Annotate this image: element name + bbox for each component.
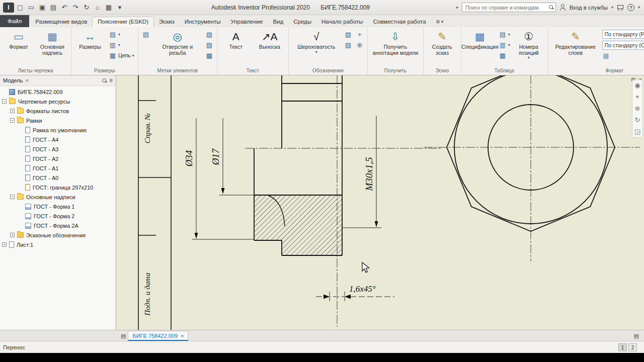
orbit-icon[interactable]: ↻ xyxy=(635,117,640,124)
user-icon[interactable] xyxy=(559,4,566,11)
text-button[interactable]: АТекст xyxy=(220,28,252,50)
baseline-dimension-button[interactable]: ▥▾ xyxy=(108,40,135,49)
tree-item[interactable]: −Рамки xyxy=(0,116,116,125)
update-icon[interactable]: ↻ xyxy=(82,3,92,13)
tree-item[interactable]: ГОСТ: граница 297x210 xyxy=(0,183,116,192)
help-icon[interactable]: ? xyxy=(627,4,634,11)
drawing-canvas[interactable]: Справ. № Подп. и дата xyxy=(117,75,644,330)
ribbon-tab-9[interactable]: Совместная работа xyxy=(368,17,431,27)
format-sheet-button[interactable]: ▭Формат xyxy=(3,28,35,50)
general-table-button[interactable]: ▤▾ xyxy=(498,30,511,39)
sheet-tab-close-icon[interactable]: × xyxy=(181,333,184,339)
tree-item[interactable]: ГОСТ - Форма 2 xyxy=(0,211,116,221)
edit-layers-button[interactable]: ✎Редактирование слоев xyxy=(550,28,601,56)
layer-style-combo[interactable]: По стандарту (Р...▾ xyxy=(602,30,644,39)
hole-thread-note-button[interactable]: ◎Отверстие и резьба xyxy=(152,28,203,56)
tree-item[interactable]: ГОСТ - Форма 2А xyxy=(0,221,116,230)
undo-icon[interactable]: ↶ xyxy=(59,3,69,13)
search-icon[interactable] xyxy=(549,5,553,10)
tree-item[interactable]: Рамка по умолчанию xyxy=(0,125,116,135)
tree-item[interactable]: БИГЕ.758422.009 xyxy=(0,87,116,97)
sheet-number-2[interactable]: 2 xyxy=(628,343,637,351)
pan-icon[interactable]: ⌖ xyxy=(635,94,639,101)
new-file-icon[interactable]: ▢ xyxy=(15,3,25,13)
sheet-list-icon[interactable]: ▤ xyxy=(121,333,126,339)
zoom-icon[interactable]: ⊕ xyxy=(635,105,640,112)
chain-dimension-button[interactable]: ▦Цепь▾ xyxy=(108,51,135,60)
section-view[interactable] xyxy=(254,75,342,255)
parts-list-button[interactable]: ▦Спецификация xyxy=(464,28,496,50)
punch-note-button[interactable]: ▨ xyxy=(204,40,214,49)
browser-search-icon[interactable] xyxy=(102,78,107,83)
tree-item[interactable]: −Чертежные ресурсы xyxy=(0,97,116,106)
dim-thread[interactable]: М30х1,5 xyxy=(364,157,374,191)
hole-table-button[interactable]: ▥▾ xyxy=(498,40,511,49)
tree-item[interactable]: ГОСТ - А4 xyxy=(0,135,116,144)
thread-note-button[interactable]: ▤ xyxy=(141,30,151,39)
title-block-button[interactable]: ▦Основная надпись xyxy=(36,28,68,56)
revision-table-button[interactable]: ▦ xyxy=(498,51,511,60)
object-style-combo[interactable]: По стандарту (Обы...▾ xyxy=(602,41,644,50)
browser-close-icon[interactable]: × xyxy=(25,77,28,83)
feature-frame-button[interactable]: ⊕ xyxy=(355,40,365,49)
ribbon-tab-6[interactable]: Вид xyxy=(268,17,288,27)
signin-caret-icon[interactable]: ▾ xyxy=(611,5,613,10)
app-store-cart-icon[interactable] xyxy=(617,5,624,11)
dimension-button[interactable]: ↔Размеры xyxy=(74,28,106,50)
surface-finish-button[interactable]: √Шероховатость▾ xyxy=(291,28,342,54)
tree-item[interactable]: ГОСТ - А1 xyxy=(0,163,116,173)
datum-target-button[interactable]: + xyxy=(355,30,365,39)
tree-item[interactable]: +Форматы листов xyxy=(0,106,116,116)
weld-symbol-button[interactable]: ▧ xyxy=(343,30,353,39)
search-scope-caret-icon[interactable]: ▸ xyxy=(456,5,458,10)
ribbon-tab-2[interactable]: Пояснение (ESKD) xyxy=(92,17,154,27)
tree-item[interactable]: ГОСТ - А2 xyxy=(0,154,116,163)
collapse-icon[interactable]: − xyxy=(2,99,7,104)
tree-item[interactable]: ГОСТ - Форма 1 xyxy=(0,202,116,211)
browser-menu-icon[interactable]: ≡ xyxy=(109,77,113,84)
sheet-number-1[interactable]: 1 xyxy=(618,343,627,351)
leader-text-button[interactable]: ↗АВыноска xyxy=(254,28,286,50)
create-sketch-button[interactable]: ✎Создать эскиз xyxy=(426,28,458,56)
signin-label[interactable]: Вход в службы xyxy=(570,5,608,11)
home-icon[interactable]: ⌂ xyxy=(93,3,103,13)
dim-bore-diameter[interactable]: Ø17 xyxy=(210,148,221,165)
tree-item[interactable]: −Основные надписи xyxy=(0,192,116,202)
steering-wheel-icon[interactable]: ◉ xyxy=(634,82,640,89)
ribbon-tab-7[interactable]: Среды xyxy=(288,17,316,27)
app-logo-icon[interactable]: I xyxy=(3,3,14,13)
expand-icon[interactable]: + xyxy=(10,109,15,113)
dim-outer-diameter[interactable]: Ø34 xyxy=(184,150,194,167)
tree-item[interactable]: +Эскизные обозначения xyxy=(0,230,116,240)
print-icon[interactable]: ▤ xyxy=(48,3,58,13)
ribbon-tab-8[interactable]: Начало работы xyxy=(316,17,368,27)
zoom-window-icon[interactable]: ◲ xyxy=(634,128,640,135)
ribbon-tab-0[interactable]: Файл xyxy=(0,15,29,27)
help-caret-icon[interactable]: ▾ xyxy=(638,5,640,10)
sheet-format-icon[interactable]: ▦ xyxy=(104,3,114,13)
expand-icon[interactable]: + xyxy=(2,242,7,247)
dim-chamfer[interactable]: 1,6х45° xyxy=(349,284,376,294)
ribbon-tab-4[interactable]: Инструменты xyxy=(180,17,226,27)
collapse-icon[interactable]: − xyxy=(10,195,15,199)
redo-icon[interactable]: ↷ xyxy=(70,3,80,13)
ordinate-dimension-button[interactable]: ▤▾ xyxy=(108,30,135,39)
new-sheet-icon[interactable]: ▤ xyxy=(634,333,639,341)
get-model-annotations-button[interactable]: ⇩Получить аннотации модели xyxy=(370,28,421,56)
ribbon-tab-3[interactable]: Эскиз xyxy=(154,17,180,27)
ribbon-display-toggle[interactable]: ⊞ ▾ xyxy=(434,17,446,27)
bend-note-button[interactable]: ▩ xyxy=(204,51,214,60)
balloon-button[interactable]: ①Номера позиций▾ xyxy=(513,28,545,60)
save-icon[interactable]: ▣ xyxy=(37,3,47,13)
collapse-icon[interactable]: − xyxy=(10,118,15,123)
chamfer-note-button[interactable]: ▧ xyxy=(204,30,214,39)
tree-item[interactable]: ГОСТ - А3 xyxy=(0,144,116,154)
open-icon[interactable]: ▭ xyxy=(26,3,36,13)
edge-symbol-button[interactable]: ▨ xyxy=(343,40,353,49)
tree-item[interactable]: ГОСТ - А0 xyxy=(0,173,116,183)
tree-item[interactable]: +Лист:1 xyxy=(0,240,116,249)
help-search-box[interactable] xyxy=(462,3,556,12)
ribbon-tab-1[interactable]: Размещение видов xyxy=(30,17,92,27)
style-flush-icon[interactable]: ▤ xyxy=(602,52,644,60)
sheet-tab[interactable]: БИГЕ.758422.009 × xyxy=(128,331,188,341)
